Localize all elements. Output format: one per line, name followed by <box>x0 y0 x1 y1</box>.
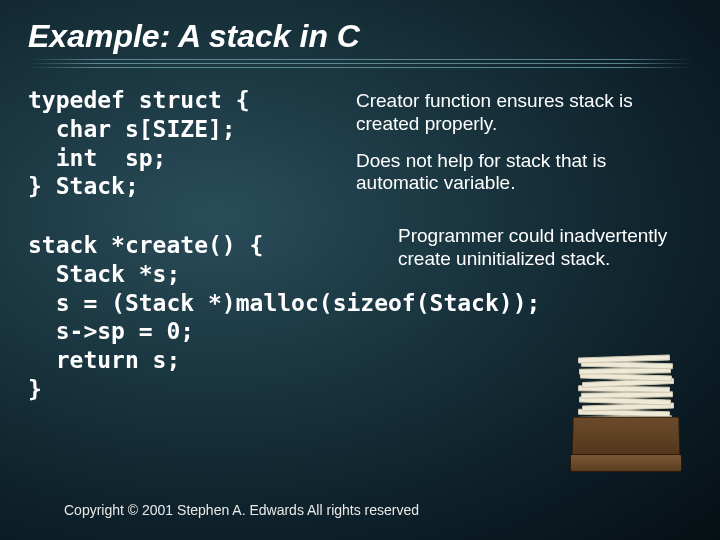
drawer-front-icon <box>570 454 682 472</box>
note-creator: Creator function ensures stack is create… <box>356 90 692 136</box>
code-typedef: typedef struct { char s[SIZE]; int sp; }… <box>28 86 338 201</box>
paper-stack-icon <box>578 352 674 422</box>
notes-column: Creator function ensures stack is create… <box>356 86 692 209</box>
title-underline <box>28 59 692 68</box>
slide: Example: A stack in C typedef struct { c… <box>0 0 720 540</box>
page-title: Example: A stack in C <box>28 18 692 55</box>
content-row-1: typedef struct { char s[SIZE]; int sp; }… <box>28 86 692 209</box>
copyright-text: Copyright © 2001 Stephen A. Edwards All … <box>64 502 419 518</box>
paper-drawer-image <box>562 350 690 470</box>
note-automatic: Does not help for stack that is automati… <box>356 150 692 196</box>
note-uninitialized: Programmer could inadvertently create un… <box>398 225 698 271</box>
